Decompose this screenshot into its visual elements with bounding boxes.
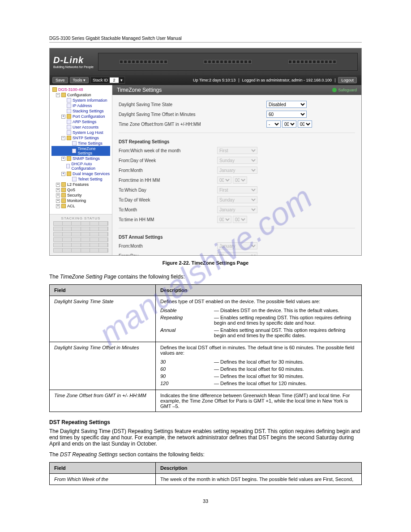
t1-r1-name: Daylight Saving Time State bbox=[50, 296, 156, 342]
toolbar: Save Tools ▾ Stack ID ▾ Up Time:2 days 5… bbox=[50, 75, 361, 85]
repeating-section-title: DST Repeating Settings bbox=[119, 137, 355, 146]
logout-button[interactable]: Logout bbox=[338, 77, 357, 83]
to-week-select[interactable]: First bbox=[217, 186, 257, 193]
fields-table-2: FieldDescription From Which Week of the … bbox=[49, 462, 362, 485]
t1-r2-desc: Defines the local DST offset in minutes.… bbox=[155, 342, 361, 390]
page-number: 33 bbox=[49, 498, 362, 504]
brand-logo: D-Link bbox=[53, 55, 94, 65]
from-week-label: From:Which week of the month bbox=[119, 148, 217, 153]
from-mm-select[interactable]: 00 bbox=[233, 176, 247, 184]
panel-title: TimeZone Settings bbox=[117, 87, 162, 93]
tree-security[interactable]: +Security bbox=[51, 193, 110, 198]
dst-offset-label: Daylight Saving Time Offset in Minutes bbox=[119, 112, 217, 117]
section2-heading: DST Repeating Settings bbox=[49, 419, 362, 425]
tree-monitoring[interactable]: +Monitoring bbox=[51, 198, 110, 203]
uptime-label: Up Time:2 days 5:10:13 bbox=[193, 78, 235, 82]
to-dow-label: To:Day of Week bbox=[119, 197, 217, 202]
tree-snmp-settings[interactable]: +SNMP Settings bbox=[51, 156, 110, 161]
tree-acl[interactable]: +ACL bbox=[51, 203, 110, 209]
tree-timezone-settings[interactable]: TimeZone Settings bbox=[51, 146, 110, 156]
content-panel: TimeZone Settings Safeguard Daylight Sav… bbox=[112, 85, 361, 255]
t1-h2: Description bbox=[155, 285, 361, 296]
to-month-label: To:Month bbox=[119, 207, 217, 212]
from-time-label: From:time in HH MM bbox=[119, 178, 217, 183]
tree-dhcp-auto-config[interactable]: DHCP Auto Configuration bbox=[51, 161, 110, 171]
save-button[interactable]: Save bbox=[52, 77, 68, 83]
a-from-day-select[interactable]: 01 bbox=[217, 252, 257, 255]
t1-r3-name: Time Zone Offset from GMT in +/- HH:MM bbox=[50, 390, 156, 412]
device-header: D-Link Building Networks for People bbox=[50, 48, 361, 75]
safeguard-badge: Safeguard bbox=[332, 88, 357, 92]
tz-mm-select[interactable]: 00 bbox=[298, 120, 312, 128]
from-week-select[interactable]: First bbox=[217, 147, 257, 154]
screenshot-ui: D-Link Building Networks for People Save… bbox=[49, 48, 362, 256]
from-dow-label: From:Day of Week bbox=[119, 158, 217, 163]
a-from-day-label: From:Day bbox=[119, 253, 217, 256]
tree-user-accounts[interactable]: User Accounts bbox=[51, 124, 110, 130]
a-from-month-select[interactable]: January bbox=[217, 242, 257, 249]
fields-table-1: FieldDescription Daylight Saving Time St… bbox=[49, 284, 362, 412]
to-time-label: To:time in HH MM bbox=[119, 217, 217, 222]
to-mm-select[interactable]: 00 bbox=[233, 216, 247, 223]
tree-ip-address[interactable]: IP Address bbox=[51, 103, 110, 108]
from-hh-select[interactable]: 00 bbox=[217, 176, 231, 184]
figure-caption: Figure 2-22. TimeZone Settings Page bbox=[49, 260, 362, 266]
tree-l2-features[interactable]: +L2 Features bbox=[51, 182, 110, 187]
stack-id-input[interactable] bbox=[110, 77, 119, 83]
to-dow-select[interactable]: Sunday bbox=[217, 196, 257, 203]
to-week-label: To:Which Day bbox=[119, 188, 217, 193]
section2-text: The Daylight Saving Time (DST) Repeating… bbox=[49, 428, 362, 447]
t1-r2-name: Daylight Saving Time Offset in Minutes bbox=[50, 342, 156, 390]
tools-button[interactable]: Tools ▾ bbox=[70, 77, 89, 83]
to-month-select[interactable]: January bbox=[217, 206, 257, 213]
annual-section-title: DST Annual Settings bbox=[119, 232, 355, 241]
dst-state-select[interactable]: Disabled bbox=[266, 101, 307, 108]
t1-h1: Field bbox=[50, 285, 156, 296]
t2-h2: Description bbox=[155, 463, 361, 474]
brand-tagline: Building Networks for People bbox=[53, 65, 94, 69]
tree-telnet-setting[interactable]: Telnet Setting bbox=[51, 176, 110, 182]
doc-header: DGS-3100 Series Gigabit Stackable Manage… bbox=[49, 36, 362, 43]
tree-dual-image-services[interactable]: +Dual Image Services bbox=[51, 171, 110, 176]
tree-configuration[interactable]: −Configuration bbox=[51, 92, 110, 98]
t1-r3-desc: Indicates the time difference between Gr… bbox=[155, 390, 361, 412]
table2-intro: The DST Repeating Settings section conta… bbox=[49, 451, 362, 458]
tree-stacking-settings[interactable]: Stacking Settings bbox=[51, 108, 110, 114]
tz-hh-select[interactable]: 00 bbox=[282, 120, 296, 128]
tree-arp-settings[interactable]: ARP Settings bbox=[51, 119, 110, 124]
device-ports-graphic bbox=[98, 53, 358, 71]
tree-sntp-settings[interactable]: −SNTP Settings bbox=[51, 135, 110, 141]
tree-system-information[interactable]: System Information bbox=[51, 98, 110, 103]
a-from-month-label: From:Month bbox=[119, 244, 217, 249]
tz-sign-select[interactable]: - bbox=[266, 120, 281, 128]
t2-r1-desc: The week of the month in which DST begin… bbox=[155, 474, 361, 485]
table1-intro: The TimeZone Setting Page contains the f… bbox=[49, 274, 362, 280]
stacking-status-panel: STACKING STATUS bbox=[50, 214, 112, 255]
tz-offset-label: Time Zone Offset:from GMT in +/-HH:MM bbox=[119, 122, 217, 127]
dst-offset-select[interactable]: 60 bbox=[266, 111, 307, 118]
t1-r1-desc: Defines type of DST enabled on the devic… bbox=[155, 296, 361, 342]
to-hh-select[interactable]: 00 bbox=[217, 216, 231, 223]
t2-r1-name: From Which Week of the bbox=[50, 474, 156, 485]
dst-state-label: Daylight Saving Time State bbox=[119, 102, 217, 107]
tree-qos[interactable]: +QoS bbox=[51, 187, 110, 193]
from-dow-select[interactable]: Sunday bbox=[217, 157, 257, 164]
t2-h1: Field bbox=[50, 463, 156, 474]
stack-id-selector[interactable]: Stack ID ▾ bbox=[90, 77, 125, 84]
tree-time-settings[interactable]: Time Settings bbox=[51, 141, 110, 146]
login-info: Logged in as administrator, admin - 192.… bbox=[242, 78, 332, 82]
tree-port-configuration[interactable]: +Port Configuration bbox=[51, 114, 110, 119]
tree-system-log-host[interactable]: System Log Host bbox=[51, 130, 110, 135]
nav-sidebar: DGS-3100-48 −Configuration System Inform… bbox=[50, 85, 112, 255]
from-month-label: From:Month bbox=[119, 168, 217, 173]
tree-root[interactable]: DGS-3100-48 bbox=[51, 87, 110, 92]
from-month-select[interactable]: January bbox=[217, 167, 257, 174]
